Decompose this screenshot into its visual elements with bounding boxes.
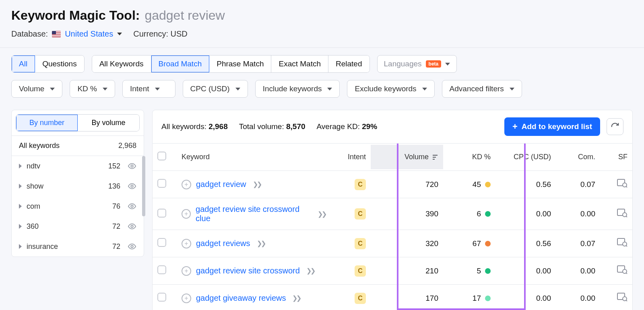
- sort-desc-icon: [432, 154, 438, 160]
- volume-cell: 170: [371, 287, 443, 309]
- column-checkbox: [153, 144, 177, 170]
- sidebar-item[interactable]: 36072: [12, 216, 144, 236]
- sidebar-item-label: show: [27, 182, 103, 191]
- serp-features-icon[interactable]: [617, 179, 627, 188]
- database-selector[interactable]: Database: United States: [11, 29, 122, 39]
- column-intent[interactable]: Intent: [330, 145, 371, 169]
- filter-volume[interactable]: Volume: [11, 80, 62, 98]
- chevron-down-icon: [422, 88, 427, 90]
- chevron-down-icon: [235, 88, 240, 90]
- eye-icon[interactable]: [128, 242, 136, 251]
- tab-phrase-match[interactable]: Phrase Match: [209, 55, 271, 72]
- serp-features-icon[interactable]: [617, 265, 627, 274]
- column-keyword[interactable]: Keyword: [177, 145, 330, 169]
- add-keyword-icon[interactable]: +: [182, 209, 191, 219]
- chevron-right-icon: [19, 204, 22, 209]
- filter-intent-label: Intent: [130, 84, 149, 93]
- svg-rect-7: [433, 159, 435, 160]
- double-chevron-icon: ❯❯: [318, 210, 326, 218]
- keyword-link[interactable]: gadget reviews: [196, 239, 250, 248]
- add-keyword-icon[interactable]: +: [182, 180, 191, 189]
- filter-kd[interactable]: KD %: [70, 80, 115, 98]
- database-label: Database:: [11, 29, 48, 39]
- filter-exclude-label: Exclude keywords: [355, 84, 416, 93]
- kd-cell: 67: [443, 233, 495, 255]
- tab-related[interactable]: Related: [328, 55, 369, 72]
- keyword-link[interactable]: gadget review: [196, 180, 246, 189]
- add-to-keyword-list-button[interactable]: +Add to keyword list: [504, 117, 600, 136]
- kd-cell: 5: [443, 260, 495, 282]
- languages-dropdown[interactable]: Languages beta: [377, 55, 457, 73]
- chevron-down-icon: [510, 88, 514, 90]
- column-volume[interactable]: Volume: [371, 145, 443, 169]
- keyword-link[interactable]: gadget giveaway reviews: [196, 294, 286, 303]
- keyword-link[interactable]: gadget review site crossword clue: [196, 205, 311, 223]
- currency-value: USD: [171, 29, 188, 38]
- sidebar-item[interactable]: com76: [12, 196, 144, 216]
- row-checkbox[interactable]: [157, 238, 166, 247]
- column-kd[interactable]: KD %: [443, 145, 495, 169]
- flag-us-icon: [52, 31, 61, 37]
- com-cell: 0.07: [556, 174, 600, 195]
- sidebar-item[interactable]: ndtv152: [12, 156, 144, 176]
- sidebar-by-volume[interactable]: By volume: [78, 115, 139, 131]
- column-com[interactable]: Com.: [556, 145, 600, 169]
- eye-icon[interactable]: [128, 182, 136, 191]
- sidebar-scrollbar[interactable]: [142, 156, 145, 216]
- serp-features-icon[interactable]: [617, 209, 627, 218]
- serp-features-icon[interactable]: [617, 238, 627, 247]
- sidebar-item-label: insurance: [27, 242, 107, 251]
- intent-cell: C: [330, 286, 371, 310]
- sidebar-header[interactable]: All keywords 2,968: [12, 135, 144, 156]
- table-row: +gadget reviews❯❯C320670.560.07: [153, 230, 632, 257]
- filter-advanced[interactable]: Advanced filters: [442, 80, 522, 98]
- tab-exact-match[interactable]: Exact Match: [271, 55, 328, 72]
- sf-cell: [600, 172, 632, 196]
- intent-cell: C: [330, 202, 371, 226]
- select-all-checkbox[interactable]: [157, 152, 166, 160]
- main-panel: All keywords: 2,968 Total volume: 8,570 …: [152, 110, 633, 310]
- add-keyword-icon[interactable]: +: [182, 294, 191, 303]
- row-checkbox-cell: [153, 232, 177, 255]
- sidebar-item-count: 152: [108, 162, 120, 170]
- svg-line-10: [626, 186, 627, 187]
- chevron-right-icon: [19, 184, 22, 189]
- serp-features-icon[interactable]: [617, 293, 627, 302]
- add-keyword-icon[interactable]: +: [182, 266, 191, 276]
- tab-all-keywords[interactable]: All Keywords: [92, 55, 151, 72]
- tab-questions[interactable]: Questions: [35, 55, 84, 72]
- chevron-down-icon: [103, 88, 107, 90]
- refresh-button[interactable]: [607, 118, 623, 135]
- chevron-down-icon: [117, 33, 122, 35]
- row-checkbox[interactable]: [157, 265, 166, 274]
- segment-match-type: All Keywords Broad Match Phrase Match Ex…: [92, 55, 370, 73]
- row-checkbox[interactable]: [157, 209, 166, 218]
- keyword-link[interactable]: gadget review site crossword: [196, 266, 300, 275]
- sidebar-header-count: 2,968: [118, 142, 136, 150]
- eye-icon[interactable]: [128, 162, 136, 170]
- eye-icon[interactable]: [128, 222, 136, 231]
- kd-difficulty-dot: [485, 241, 491, 246]
- eye-icon[interactable]: [128, 202, 136, 211]
- tab-all[interactable]: All: [12, 55, 35, 72]
- sidebar-item[interactable]: insurance72: [12, 236, 144, 257]
- keyword-cell: +gadget review site crossword❯❯: [177, 260, 330, 282]
- row-checkbox[interactable]: [157, 293, 166, 302]
- filter-include[interactable]: Include keywords: [255, 80, 340, 98]
- sidebar-item[interactable]: show136: [12, 176, 144, 196]
- filter-intent[interactable]: Intent: [122, 80, 175, 98]
- row-checkbox-cell: [153, 259, 177, 283]
- svg-line-16: [626, 245, 627, 246]
- add-keyword-icon[interactable]: +: [182, 239, 191, 248]
- currency-selector: Currency: USD: [133, 29, 188, 39]
- filter-exclude[interactable]: Exclude keywords: [347, 80, 434, 98]
- column-cpc[interactable]: CPC (USD): [495, 145, 556, 169]
- filter-cpc[interactable]: CPC (USD): [183, 80, 248, 98]
- sidebar-by-number[interactable]: By number: [16, 115, 78, 131]
- tab-broad-match[interactable]: Broad Match: [151, 55, 210, 72]
- svg-line-22: [626, 300, 627, 301]
- column-sf[interactable]: SF: [600, 145, 632, 169]
- sf-cell: [600, 259, 632, 283]
- chevron-down-icon: [50, 88, 55, 90]
- row-checkbox[interactable]: [157, 179, 166, 188]
